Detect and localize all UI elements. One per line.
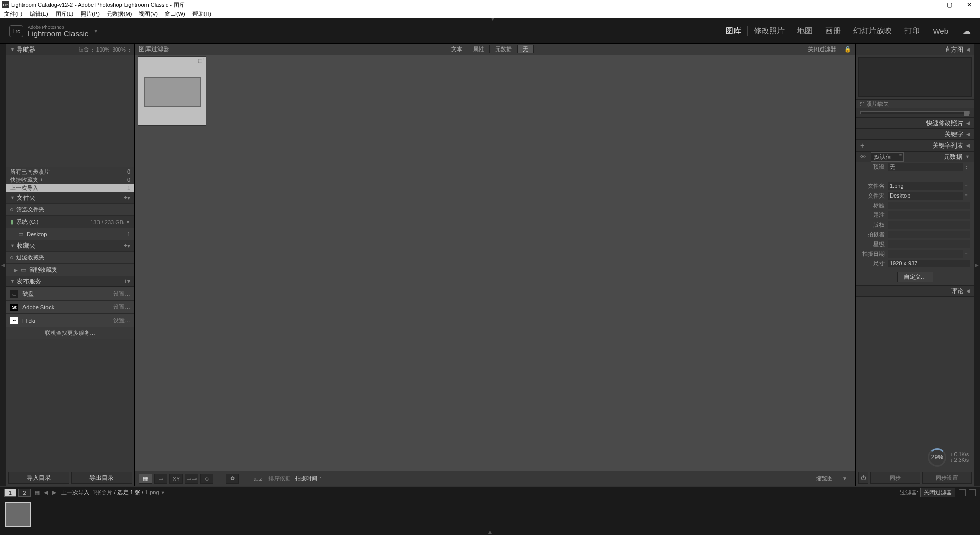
module-slideshow[interactable]: 幻灯片放映 [847, 26, 898, 36]
metadata-field-value[interactable]: 1920 x 937 [888, 260, 970, 268]
collections-header[interactable]: ▼ 收藏夹 +▾ [6, 240, 134, 251]
menu-photo[interactable]: 照片(P) [79, 10, 102, 18]
view-grid-icon[interactable]: ▦ [139, 474, 152, 484]
collection-filter-input[interactable]: 过滤收藏夹 [6, 251, 134, 263]
folder-filter-input[interactable]: 筛选文件夹 [6, 203, 134, 215]
module-library[interactable]: 图库 [720, 26, 748, 36]
window-close-button[interactable]: ✕ [967, 1, 972, 8]
filmstrip[interactable] [0, 498, 980, 531]
histogram-header[interactable]: 直方图 ◀ [856, 44, 974, 55]
catalog-quick-collection[interactable]: 快捷收藏夹 +0 [6, 176, 134, 184]
filter-tab-attribute[interactable]: 属性 [468, 45, 490, 53]
thumbnail-size-slider[interactable]: — [835, 475, 840, 482]
metadata-field-value[interactable]: 1.png [888, 182, 963, 190]
metadata-header[interactable]: 👁 默认值 元数据 ▼ [856, 151, 974, 162]
metadata-set-dropdown[interactable]: 默认值 [871, 152, 904, 162]
menu-metadata[interactable]: 元数据(M) [105, 10, 134, 18]
module-book[interactable]: 画册 [819, 26, 847, 36]
filter-tab-text[interactable]: 文本 [446, 45, 468, 53]
sync-toggle-icon[interactable]: ⏻ [858, 472, 868, 484]
customize-button[interactable]: 自定义… [897, 272, 933, 282]
field-menu-icon[interactable]: ≡ [963, 193, 970, 199]
metadata-field-value[interactable] [888, 202, 970, 209]
import-catalog-button[interactable]: 导入目录 [8, 472, 69, 484]
metadata-field-value[interactable] [888, 231, 970, 238]
publish-header[interactable]: ▼ 发布服务 +▾ [6, 276, 134, 287]
publish-service-harddrive[interactable]: ▭ 硬盘 设置… [6, 287, 134, 300]
module-map[interactable]: 地图 [791, 26, 819, 36]
dropdown-icon[interactable]: ꞉ [963, 164, 970, 170]
navigator-100[interactable]: 100% [96, 47, 110, 53]
view-survey-icon[interactable]: ▭▭ [185, 474, 198, 484]
publish-setup-link[interactable]: 设置… [113, 290, 130, 298]
nav-prev-icon[interactable]: ◀ [44, 489, 48, 496]
toolbar-options-icon[interactable]: ▼ [842, 476, 851, 481]
secondary-view-1[interactable]: 1 [4, 489, 16, 497]
grid-view[interactable]: ⬚! [135, 55, 855, 471]
metadata-field-value[interactable] [888, 240, 970, 248]
metadata-field-value[interactable] [888, 250, 963, 258]
keywording-header[interactable]: 关键字 ◀ [856, 129, 974, 140]
menu-window[interactable]: 窗口(W) [163, 10, 187, 18]
filmstrip-filter-dropdown[interactable]: 关闭过滤器 [920, 488, 955, 497]
filter-lock-icon[interactable]: 🔒 [844, 46, 851, 53]
metadata-field-value[interactable]: Desktop [888, 192, 963, 200]
sync-button[interactable]: 同步 [870, 472, 920, 484]
add-folder-button[interactable]: +▾ [124, 194, 130, 201]
photo-missing-row[interactable]: 照片缺失 [856, 99, 974, 108]
menu-file[interactable]: 文件(F) [2, 10, 24, 18]
folders-header[interactable]: ▼ 文件夹 +▾ [6, 192, 134, 203]
window-maximize-button[interactable]: ▢ [947, 1, 952, 8]
left-panel-collapse-icon[interactable]: ◀ [0, 44, 6, 486]
grid-icon[interactable]: ▦ [35, 489, 40, 496]
sort-direction-icon[interactable]: a↓z [251, 474, 264, 484]
find-more-services-link[interactable]: 联机查找更多服务… [6, 327, 134, 339]
filter-tab-none[interactable]: 无 [518, 45, 534, 53]
view-loupe-icon[interactable]: ▭ [154, 474, 167, 484]
source-breadcrumb[interactable]: 上一次导入 1张照片 / 选定 1 张 / 1.png ▼ [61, 489, 165, 496]
comments-header[interactable]: 评论 ◀ [856, 285, 974, 297]
filter-preset-dropdown[interactable]: 关闭过滤器 [808, 45, 836, 53]
filmstrip-thumbnail[interactable] [5, 502, 31, 527]
sync-status[interactable]: 29% ↑ 0.1K/s ↓ 2.3K/s [856, 445, 974, 470]
metadata-field-value[interactable] [888, 211, 970, 219]
painter-tool-icon[interactable]: ✿ [226, 474, 239, 484]
cloud-sync-icon[interactable]: ☁ [963, 26, 971, 36]
navigator-fit[interactable]: 适合 [79, 46, 89, 53]
export-catalog-button[interactable]: 导出目录 [71, 472, 133, 484]
menu-library[interactable]: 图库(L) [54, 10, 76, 18]
publish-setup-link[interactable]: 设置… [113, 303, 130, 311]
brand-menu-icon[interactable]: ▼ [93, 28, 99, 34]
quick-develop-header[interactable]: 快速修改照片 ◀ [856, 117, 974, 129]
eye-icon[interactable]: 👁 [860, 154, 866, 160]
filmstrip-filter-flag-icon[interactable] [959, 489, 966, 496]
publish-service-adobestock[interactable]: St Adobe Stock 设置… [6, 300, 134, 313]
secondary-view-2[interactable]: 2 [18, 489, 31, 497]
histogram-slider[interactable] [856, 108, 974, 117]
field-menu-icon[interactable]: ≡ [963, 183, 970, 189]
publish-service-flickr[interactable]: •• Flickr 设置… [6, 313, 134, 327]
catalog-last-import[interactable]: 上一次导入1 [6, 184, 134, 192]
menu-help[interactable]: 帮助(H) [190, 10, 213, 18]
smart-collections-row[interactable]: ▶ ▭ 智能收藏夹 [6, 263, 134, 276]
field-menu-icon[interactable]: ≡ [963, 251, 970, 257]
add-collection-button[interactable]: +▾ [124, 242, 130, 249]
volume-row[interactable]: ▮ 系统 (C:) 133 / 233 GB ▼ [6, 215, 134, 228]
sync-settings-button[interactable]: 同步设置 [922, 472, 972, 484]
view-compare-icon[interactable]: XY [169, 474, 183, 484]
window-minimize-button[interactable]: — [926, 1, 933, 8]
publish-setup-link[interactable]: 设置… [113, 317, 130, 324]
module-print[interactable]: 打印 [898, 26, 926, 36]
nav-next-icon[interactable]: ▶ [52, 489, 56, 496]
thumbnail-cell[interactable]: ⬚! [138, 56, 206, 126]
metadata-preset-dropdown[interactable]: 无 [888, 163, 963, 171]
folder-item-desktop[interactable]: ▭ Desktop 1 [6, 228, 134, 240]
right-panel-collapse-icon[interactable]: ▶ [974, 44, 980, 486]
add-keyword-icon[interactable]: + [860, 141, 864, 150]
navigator-300[interactable]: 300% [112, 47, 126, 53]
menu-edit[interactable]: 编辑(E) [28, 10, 51, 18]
view-people-icon[interactable]: ☺ [200, 474, 213, 484]
navigator-preview[interactable] [6, 55, 134, 167]
panel-collapse-top-icon[interactable]: ▼ [490, 16, 495, 22]
module-develop[interactable]: 修改照片 [748, 26, 791, 36]
